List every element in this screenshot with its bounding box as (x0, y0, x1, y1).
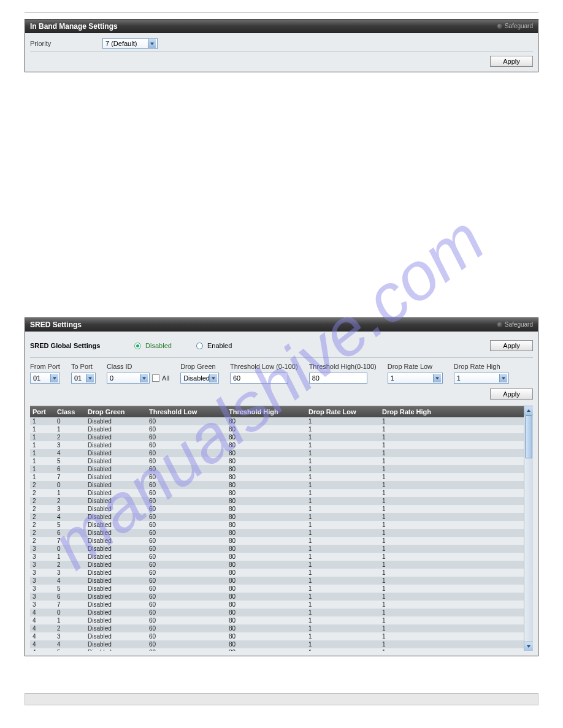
sred-table: Port Class Drop Green Threshold Low Thre… (30, 406, 533, 651)
cell-threshold-high: 80 (226, 545, 306, 552)
cell-threshold-high: 80 (226, 521, 306, 528)
cell-drop-rate-high: 1 (380, 601, 524, 608)
cell-drop-rate-high: 1 (380, 649, 524, 651)
filter-form: From Port 01 To Port 01 Class ID 0 A (30, 358, 533, 385)
cell-drop-green: Disabled (85, 506, 147, 512)
cell-threshold-high: 80 (226, 482, 306, 488)
scroll-down-button[interactable] (524, 642, 533, 651)
cell-drop-rate-high: 1 (380, 641, 524, 648)
cell-threshold-high: 80 (226, 561, 306, 568)
threshold-high-value: 80 (312, 374, 320, 382)
cell-threshold-low: 60 (147, 609, 226, 616)
drop-rate-high-select[interactable]: 1 (454, 373, 509, 384)
chevron-down-icon (88, 377, 92, 380)
cell-port: 3 (30, 593, 55, 600)
cell-class: 2 (55, 498, 85, 504)
cell-drop-green: Disabled (85, 609, 147, 616)
cell-threshold-low: 60 (147, 490, 226, 496)
cell-drop-green: Disabled (85, 601, 147, 608)
apply-filter-button[interactable]: Apply (490, 389, 533, 400)
cell-threshold-high: 80 (226, 553, 306, 560)
radio-icon (134, 343, 141, 349)
cell-port: 1 (30, 474, 55, 480)
cell-drop-rate-low: 1 (306, 617, 380, 624)
all-checkbox[interactable] (152, 374, 159, 382)
cell-port: 2 (30, 498, 55, 504)
cell-port: 2 (30, 529, 55, 536)
cell-drop-rate-high: 1 (380, 521, 524, 528)
cell-port: 1 (30, 466, 55, 472)
cell-drop-rate-low: 1 (306, 601, 380, 608)
cell-threshold-high: 80 (226, 537, 306, 544)
cell-drop-rate-low: 1 (306, 426, 380, 433)
global-settings-label: SRED Global Settings (30, 342, 110, 349)
cell-drop-rate-low: 1 (306, 577, 380, 584)
priority-select[interactable]: 7 (Default) (102, 38, 158, 49)
table-row: 33Disabled608011 (30, 569, 524, 577)
threshold-high-input[interactable]: 80 (309, 373, 367, 384)
cell-threshold-low: 60 (147, 442, 226, 449)
cell-drop-rate-low: 1 (306, 585, 380, 592)
scroll-up-button[interactable] (524, 406, 533, 415)
cell-drop-rate-low: 1 (306, 529, 380, 536)
cell-drop-rate-high: 1 (380, 474, 524, 480)
chevron-down-icon (53, 377, 56, 380)
cell-drop-rate-low: 1 (306, 514, 380, 520)
cell-drop-rate-low: 1 (306, 561, 380, 568)
apply-button[interactable]: Apply (490, 56, 533, 67)
cell-threshold-low: 60 (147, 506, 226, 512)
cell-port: 4 (30, 649, 55, 651)
threshold-low-input[interactable]: 60 (230, 373, 288, 384)
class-id-value: 0 (110, 374, 113, 382)
scrollbar[interactable] (524, 406, 533, 651)
arrow-up-icon (527, 409, 530, 412)
to-port-select[interactable]: 01 (71, 373, 96, 384)
table-row: 15Disabled608011 (30, 457, 524, 465)
cell-drop-rate-high: 1 (380, 434, 524, 441)
disabled-radio[interactable]: Disabled (134, 342, 172, 350)
cell-class: 5 (55, 521, 85, 528)
apply-global-button[interactable]: Apply (490, 340, 533, 351)
from-port-select[interactable]: 01 (30, 373, 60, 384)
table-row: 20Disabled608011 (30, 481, 524, 489)
cell-class: 3 (55, 506, 85, 512)
cell-class: 3 (55, 633, 85, 640)
table-row: 13Disabled608011 (30, 441, 524, 449)
cell-threshold-high: 80 (226, 601, 306, 608)
enabled-radio[interactable]: Enabled (196, 342, 232, 350)
drop-green-value: Disabled (183, 374, 210, 382)
cell-drop-green: Disabled (85, 521, 147, 528)
drop-rate-high-label: Drop Rate High (454, 363, 509, 370)
cell-drop-green: Disabled (85, 537, 147, 544)
cell-port: 4 (30, 641, 55, 648)
table-row: 31Disabled608011 (30, 553, 524, 561)
class-id-select[interactable]: 0 (107, 373, 150, 384)
col-drop-rate-high: Drop Rate High (380, 408, 524, 415)
safeguard-label: Safeguard (505, 23, 533, 29)
cell-port: 1 (30, 458, 55, 464)
table-row: 41Disabled608011 (30, 616, 524, 624)
table-row: 42Disabled608011 (30, 624, 524, 632)
cell-drop-green: Disabled (85, 649, 147, 651)
col-class: Class (55, 408, 85, 415)
cell-class: 1 (55, 426, 85, 433)
cell-drop-rate-low: 1 (306, 490, 380, 496)
drop-green-select[interactable]: Disabled (180, 373, 219, 384)
table-row: 37Disabled608011 (30, 601, 524, 609)
cell-drop-green: Disabled (85, 617, 147, 624)
table-row: 21Disabled608011 (30, 489, 524, 497)
cell-threshold-high: 80 (226, 474, 306, 480)
sred-settings-panel: SRED Settings Safeguard SRED Global Sett… (25, 317, 538, 656)
cell-class: 0 (55, 418, 85, 425)
chevron-down-icon (502, 377, 505, 380)
cell-port: 2 (30, 521, 55, 528)
table-row: 40Disabled608011 (30, 609, 524, 616)
cell-port: 3 (30, 553, 55, 560)
cell-drop-green: Disabled (85, 545, 147, 552)
scroll-thumb[interactable] (525, 415, 532, 458)
table-row: 25Disabled608011 (30, 521, 524, 529)
cell-drop-rate-low: 1 (306, 521, 380, 528)
cell-threshold-low: 60 (147, 521, 226, 528)
drop-rate-low-select[interactable]: 1 (388, 373, 443, 384)
drop-green-label: Drop Green (180, 363, 219, 370)
